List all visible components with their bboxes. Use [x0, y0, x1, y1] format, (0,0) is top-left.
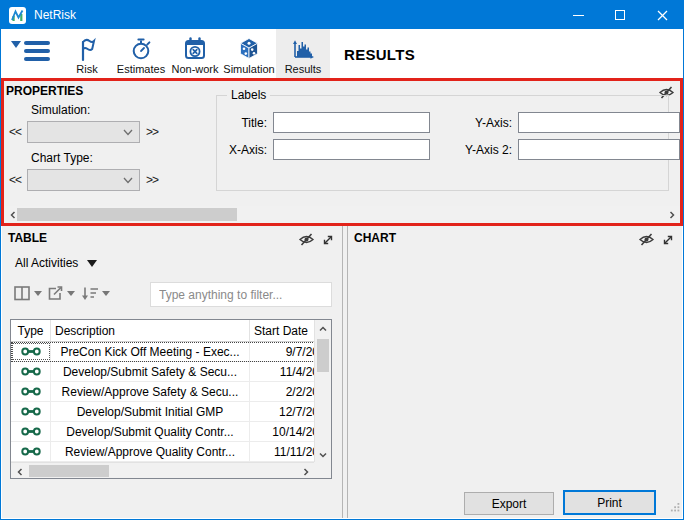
- maximize-button[interactable]: [599, 1, 641, 29]
- filter-input[interactable]: [150, 282, 332, 307]
- labels-group-legend: Labels: [227, 88, 270, 102]
- window-title: NetRisk: [34, 8, 76, 22]
- column-header-type[interactable]: Type: [11, 320, 51, 341]
- table-panel: TABLE All Ac: [2, 226, 342, 518]
- table-row[interactable]: Develop/Submit Quality Contr... 10/14/20: [11, 422, 331, 442]
- column-header-description[interactable]: Description: [51, 320, 250, 341]
- simulation-select[interactable]: [27, 121, 140, 143]
- chain-link-icon: [21, 366, 41, 377]
- activities-filter-dropdown[interactable]: All Activities: [15, 256, 97, 270]
- chart-panel: CHART Export: [348, 226, 682, 518]
- y-axis-2-field-label: Y-Axis 2:: [430, 143, 518, 157]
- row-start-date-cell: 12/7/20: [250, 402, 314, 421]
- column-header-start-date[interactable]: Start Date: [250, 320, 314, 341]
- chain-link-icon: [21, 426, 41, 437]
- sort-icon: [81, 286, 99, 301]
- toolbar-item-risk[interactable]: Risk: [60, 29, 114, 79]
- menu-caret-icon: [34, 291, 42, 296]
- chain-link-icon: [21, 386, 41, 397]
- print-button[interactable]: Print: [563, 490, 656, 515]
- main-menu-button[interactable]: [8, 33, 60, 75]
- table-panel-title: TABLE: [8, 231, 47, 245]
- maximize-icon: [615, 10, 625, 20]
- scroll-up-icon[interactable]: [315, 321, 331, 336]
- y-axis-field[interactable]: [518, 112, 680, 133]
- hide-panel-icon[interactable]: [638, 232, 655, 250]
- x-axis-field-label: X-Axis:: [217, 143, 273, 157]
- table-row[interactable]: PreCon Kick Off Meeting - Exec... 9/7/20: [11, 342, 331, 362]
- title-field[interactable]: [273, 112, 430, 133]
- stopwatch-icon: [128, 35, 154, 62]
- row-type-cell: [11, 422, 51, 441]
- app-window: NetRisk Risk: [0, 0, 684, 520]
- close-button[interactable]: [641, 1, 683, 29]
- scrollbar-thumb[interactable]: [17, 208, 237, 221]
- scroll-right-icon[interactable]: [663, 206, 680, 223]
- y-axis-2-field[interactable]: [518, 139, 680, 160]
- flag-icon: [75, 35, 99, 62]
- titlebar: NetRisk: [1, 1, 683, 29]
- expand-panel-icon[interactable]: [662, 232, 674, 250]
- toolbar-item-nonwork[interactable]: Non-work: [168, 29, 222, 79]
- scroll-right-icon[interactable]: [297, 463, 314, 480]
- scroll-left-icon[interactable]: [11, 463, 28, 480]
- row-description: Review/Approve Quality Contr...: [51, 442, 250, 461]
- row-type-cell: [11, 402, 51, 421]
- close-icon: [657, 10, 668, 21]
- dice-icon: [236, 35, 262, 62]
- properties-panel-title: PROPERTIES: [6, 84, 83, 98]
- export-button[interactable]: Export: [464, 492, 554, 515]
- minimize-button[interactable]: [557, 1, 599, 29]
- scrollbar-thumb[interactable]: [29, 465, 109, 477]
- chart-type-next-button[interactable]: >>: [146, 173, 158, 187]
- page-title: RESULTS: [344, 46, 415, 63]
- chevron-down-icon: [123, 177, 133, 184]
- row-type-cell: [11, 342, 51, 361]
- table-horizontal-scrollbar[interactable]: [11, 462, 314, 478]
- row-description: Review/Approve Safety & Secu...: [51, 382, 250, 401]
- export-menu-button[interactable]: [47, 286, 75, 301]
- table-row[interactable]: Review/Approve Quality Contr... 11/11/20: [11, 442, 331, 462]
- sort-menu-button[interactable]: [81, 286, 110, 301]
- row-start-date: 9/7/20: [286, 345, 314, 359]
- expand-panel-icon[interactable]: [322, 232, 334, 250]
- chart-type-select[interactable]: [27, 169, 140, 191]
- activities-filter-label: All Activities: [15, 256, 78, 270]
- hide-panel-icon[interactable]: [298, 232, 315, 250]
- share-arrow-icon: [47, 286, 64, 301]
- toolbar-item-results[interactable]: Results: [276, 29, 330, 79]
- menu-caret-icon: [67, 291, 75, 296]
- row-start-date-cell: 11/4/20: [250, 362, 314, 381]
- properties-horizontal-scrollbar[interactable]: [4, 206, 680, 223]
- row-start-date: 11/4/20: [280, 365, 314, 379]
- scrollbar-corner: [314, 462, 331, 478]
- row-start-date: 12/7/20: [279, 405, 314, 419]
- table-row[interactable]: Develop/Submit Initial GMP 12/7/20: [11, 402, 331, 422]
- toolbar-item-simulation[interactable]: Simulation: [222, 29, 276, 79]
- table-row[interactable]: Develop/Submit Safety & Secu... 11/4/20: [11, 362, 331, 382]
- table-row[interactable]: Review/Approve Safety & Secu... 2/2/20: [11, 382, 331, 402]
- simulation-prev-button[interactable]: <<: [9, 125, 21, 139]
- properties-panel: PROPERTIES Simulation: << >> Chart Type:…: [1, 78, 683, 226]
- toolbar-item-label: Risk: [76, 63, 97, 75]
- toolbar: Risk Estimates: [2, 29, 682, 79]
- chart-panel-title: CHART: [354, 231, 396, 245]
- table-body: PreCon Kick Off Meeting - Exec... 9/7/20…: [11, 342, 331, 462]
- toolbar-item-label: Estimates: [117, 63, 165, 75]
- chain-link-icon: [21, 446, 41, 457]
- menu-caret-icon: [102, 291, 110, 296]
- app-logo-icon: [9, 7, 26, 24]
- toolbar-item-label: Simulation: [223, 63, 274, 75]
- x-axis-field[interactable]: [273, 139, 430, 160]
- row-description: Develop/Submit Quality Contr...: [51, 422, 250, 441]
- scroll-down-icon[interactable]: [315, 447, 331, 462]
- resize-grip-icon[interactable]: [670, 498, 680, 516]
- table-vertical-scrollbar[interactable]: [314, 320, 331, 462]
- toolbar-item-estimates[interactable]: Estimates: [114, 29, 168, 79]
- row-description: PreCon Kick Off Meeting - Exec...: [51, 342, 250, 361]
- row-start-date: 10/14/20: [272, 425, 314, 439]
- columns-menu-button[interactable]: [14, 286, 42, 301]
- chart-type-prev-button[interactable]: <<: [9, 173, 21, 187]
- scrollbar-thumb[interactable]: [317, 339, 329, 372]
- simulation-next-button[interactable]: >>: [146, 125, 158, 139]
